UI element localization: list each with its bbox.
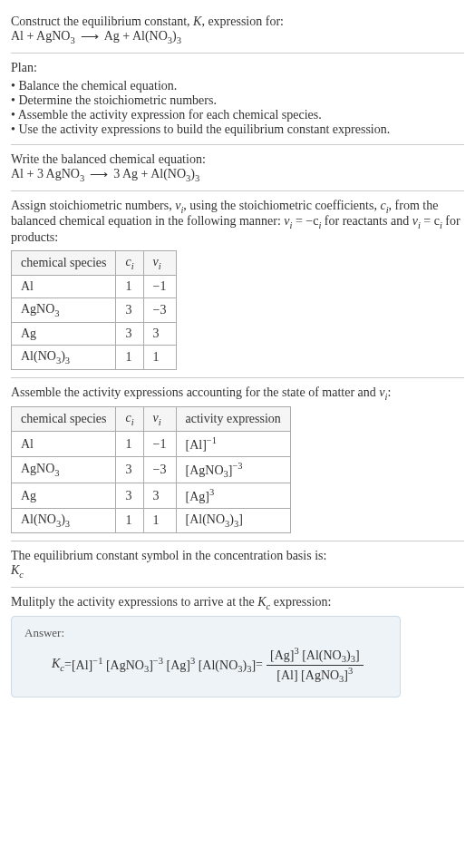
cell-nui: 3 — [143, 483, 176, 509]
answer-box: Answer: Kc = [Al]−1 [AgNO3]−3 [Ag]3 [Al(… — [11, 616, 401, 697]
cell-species: AgNO3 — [12, 456, 116, 483]
text: Al(NO — [21, 512, 56, 526]
plan-item: Use the activity expressions to build th… — [11, 122, 464, 137]
plan-item: Balance the chemical equation. — [11, 79, 464, 93]
sub: 3 — [195, 173, 199, 183]
arrow-icon: ⟶ — [81, 29, 99, 44]
text: for reactants and — [321, 214, 412, 228]
text: [Al(NO — [299, 649, 342, 662]
var-K: K — [193, 15, 201, 28]
answer-label: Answer: — [24, 626, 387, 640]
text: Mulitply the activity expressions to arr… — [11, 595, 257, 609]
sup: −3 — [153, 656, 163, 666]
section-activity: Assemble the activity expressions accoun… — [11, 378, 464, 541]
balanced-reaction: Al + 3 AgNO3 ⟶ 3 Ag + Al(NO3)3 — [11, 167, 464, 183]
sub: 3 — [224, 469, 228, 479]
cell-ci: 1 — [116, 432, 143, 457]
section-plan: Plan: Balance the chemical equation. Det… — [11, 54, 464, 145]
cell-nui: −3 — [143, 456, 176, 483]
activity-heading: Assemble the activity expressions accoun… — [11, 385, 464, 402]
sup: 3 — [209, 487, 214, 497]
cell-species: Al(NO3)3 — [12, 345, 116, 369]
cell-nui: 1 — [143, 508, 176, 532]
table-row: AgNO3 3 −3 [AgNO3]−3 — [12, 456, 291, 483]
table-row: Al(NO3)3 1 1 — [12, 345, 177, 369]
stoich-text: Assign stoichiometric numbers, νi, using… — [11, 199, 464, 246]
col-ci: ci — [116, 407, 143, 432]
cell-nui: 3 — [143, 322, 176, 345]
text: : — [387, 385, 391, 399]
reactants: Al + AgNO3 — [11, 29, 75, 45]
text: [Ag] — [270, 649, 294, 662]
text: Assemble the activity expressions accoun… — [11, 385, 379, 399]
table-row: Al 1 −1 — [12, 275, 177, 297]
multiply-text: Mulitply the activity expressions to arr… — [11, 595, 464, 611]
section-stoich: Assign stoichiometric numbers, νi, using… — [11, 191, 464, 378]
sub: 3 — [144, 665, 149, 675]
text: , expression for: — [201, 15, 284, 28]
table-row: Al(NO3)3 1 1 [Al(NO3)3] — [12, 508, 291, 532]
cell-activity: [Al]−1 — [176, 432, 290, 457]
table-row: Ag 3 3 [Ag]3 — [12, 483, 291, 509]
var: K — [11, 563, 19, 577]
reactants: Al + 3 AgNO3 — [11, 167, 84, 183]
arrow-icon: ⟶ — [90, 167, 108, 182]
var: K — [52, 657, 60, 670]
col-species: chemical species — [12, 407, 116, 432]
cell-ci: 3 — [116, 297, 143, 322]
cell-species: Ag — [12, 322, 116, 345]
sub: 3 — [234, 519, 238, 529]
kc-text: The equilibrium constant symbol in the c… — [11, 549, 464, 563]
activity-table: chemical species ci νi activity expressi… — [11, 406, 291, 532]
sub: 3 — [56, 519, 61, 529]
kc-symbol: Kc — [11, 563, 464, 580]
cell-ci: 1 — [116, 345, 143, 369]
text: AgNO — [21, 302, 54, 316]
expanded-expression: [Al]−1 [AgNO3]−3 [Ag]3 [Al(NO3)3] — [72, 656, 256, 674]
cell-nui: −3 — [143, 297, 176, 322]
stoich-table: chemical species ci νi Al 1 −1 AgNO3 3 −… — [11, 250, 177, 369]
table-header-row: chemical species ci νi activity expressi… — [12, 407, 291, 432]
text: [Ag] — [167, 658, 190, 672]
text: ] — [355, 649, 360, 662]
products: Ag + Al(NO3)3 — [104, 29, 181, 45]
cell-ci: 1 — [116, 275, 143, 297]
text: 3 Ag + Al(NO — [113, 167, 186, 180]
table-header-row: chemical species ci νi — [12, 251, 177, 276]
text: , using the stoichiometric coefficients, — [183, 199, 380, 212]
text: Ag + Al(NO — [104, 29, 168, 43]
intro-reaction: Al + AgNO3 ⟶ Ag + Al(NO3)3 — [11, 29, 464, 45]
sub: i — [159, 417, 161, 427]
cell-activity: [AgNO3]−3 — [176, 456, 290, 483]
text: [Ag] — [186, 490, 209, 503]
text: AgNO — [21, 462, 54, 475]
sup: 3 — [348, 666, 353, 676]
cell-species: Al(NO3)3 — [12, 508, 116, 532]
section-kc-symbol: The equilibrium constant symbol in the c… — [11, 541, 464, 588]
plan-item: Determine the stoichiometric numbers. — [11, 93, 464, 108]
sub: i — [131, 261, 134, 271]
answer-equation: Kc = [Al]−1 [AgNO3]−3 [Ag]3 [Al(NO3)3] =… — [24, 646, 387, 684]
sub: 3 — [56, 356, 61, 366]
cell-activity: [Al(NO3)3] — [176, 508, 290, 532]
section-multiply: Mulitply the activity expressions to arr… — [11, 588, 464, 706]
cell-ci: 3 — [116, 322, 143, 345]
balanced-heading: Write the balanced chemical equation: — [11, 152, 464, 167]
cell-nui: −1 — [143, 432, 176, 457]
var: K — [257, 595, 266, 609]
text: [Al(NO — [199, 658, 238, 672]
text: [AgNO — [106, 658, 144, 672]
sub: 3 — [54, 308, 59, 318]
equals: = — [256, 658, 263, 672]
col-species: chemical species — [12, 251, 116, 276]
cell-species: Ag — [12, 483, 116, 509]
cell-nui: −1 — [143, 275, 176, 297]
sub: c — [19, 570, 24, 580]
fraction: [Ag]3 [Al(NO3)3] [Al] [AgNO3]3 — [267, 646, 364, 684]
table-row: Al 1 −1 [Al]−1 — [12, 432, 291, 457]
cell-species: Al — [12, 275, 116, 297]
table-row: AgNO3 3 −3 — [12, 297, 177, 322]
equals: = — [64, 658, 72, 672]
col-nui: νi — [143, 407, 176, 432]
plan-item: Assemble the activity expression for eac… — [11, 108, 464, 122]
